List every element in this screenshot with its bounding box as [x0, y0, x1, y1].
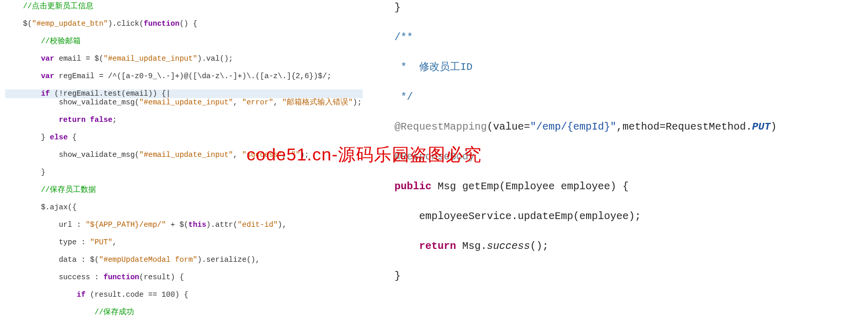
code: + $( — [166, 221, 188, 229]
code: regEmail = /^([a-z0-9_\.-]+)@([\da-z\.-]… — [54, 72, 332, 80]
code: email = $( — [54, 55, 104, 63]
code: , — [112, 238, 117, 246]
keyword-if: if — [77, 291, 85, 299]
code: success : — [59, 273, 103, 281]
code: (result.code == 100) { — [86, 291, 188, 299]
keyword-if: if — [41, 89, 50, 98]
code: Msg. — [456, 240, 487, 252]
code: $.ajax({ — [41, 203, 77, 211]
string: "${APP_PATH}/emp/" — [86, 221, 166, 229]
keyword-else: else — [50, 133, 68, 141]
enum-put: PUT — [752, 121, 770, 133]
watermark-text: code51.cn-源码乐园盗图必究 — [247, 143, 482, 167]
code: type : — [59, 238, 90, 246]
comment: //校验邮箱 — [41, 37, 81, 45]
code: url : — [59, 221, 85, 229]
keyword-public: public — [394, 180, 431, 192]
code: (result) { — [139, 273, 184, 281]
string: "#empUpdateModal form" — [99, 256, 197, 264]
javadoc-open: /** — [394, 31, 413, 43]
string: "/emp/{empId}" — [530, 121, 616, 133]
keyword-this: this — [188, 221, 206, 229]
keyword-function: function — [144, 20, 180, 28]
string: "#email_update_input" — [139, 98, 233, 106]
code: } — [41, 133, 50, 141]
string: "#email_update_input" — [103, 55, 197, 63]
javadoc-line: * 修改员工ID — [394, 61, 473, 73]
javadoc-close: */ — [394, 91, 413, 103]
keyword-false: false — [90, 116, 112, 124]
code: } — [394, 270, 401, 282]
comment: //点击更新员工信息 — [23, 2, 93, 10]
code: employeeService.updateEmp(employee); — [419, 210, 641, 222]
string: "#emp_update_btn" — [32, 20, 108, 28]
code: ).serialize(), — [197, 256, 260, 264]
keyword-function: function — [103, 273, 139, 281]
code: ; — [112, 116, 117, 124]
code: , — [233, 151, 242, 159]
string: "edit-id" — [238, 221, 278, 229]
code: , — [233, 98, 242, 106]
code: (!regEmail.test(email)) {| — [50, 89, 171, 98]
code: () { — [179, 20, 197, 28]
screenshot-root: //点击更新员工信息 $("#emp_update_btn").click(fu… — [0, 0, 868, 325]
code: $( — [23, 20, 32, 28]
method-success: success — [487, 240, 530, 252]
keyword-return: return — [59, 116, 85, 124]
code: ).attr( — [206, 221, 238, 229]
code: ) — [770, 121, 777, 133]
code: ); — [353, 98, 362, 106]
comment: //保存员工数据 — [41, 186, 96, 194]
string: "PUT" — [90, 238, 112, 246]
code: { — [68, 133, 77, 141]
code: } — [394, 2, 401, 13]
code: Msg getEmp(Employee employee) { — [431, 180, 629, 192]
string: "#email_update_input" — [139, 151, 233, 159]
code: ).click( — [108, 20, 144, 28]
code: data : $( — [59, 256, 99, 264]
keyword-return: return — [419, 240, 456, 252]
code: show_validate_msg( — [59, 98, 139, 106]
code: (); — [530, 240, 549, 252]
code: ), — [278, 221, 287, 229]
comment: //保存成功 — [95, 308, 134, 316]
annotation: @RequestMapping — [394, 121, 487, 133]
keyword-var: var — [41, 55, 54, 63]
keyword-var: var — [41, 72, 54, 80]
string: "error" — [242, 98, 273, 106]
code: ,method=RequestMethod. — [616, 121, 752, 133]
code: ).val(); — [197, 55, 233, 63]
code: (value= — [487, 121, 530, 133]
code: } — [41, 168, 46, 176]
code: show_validate_msg( — [59, 151, 139, 159]
code: , — [273, 98, 282, 106]
string: "邮箱格式输入错误" — [282, 98, 353, 106]
